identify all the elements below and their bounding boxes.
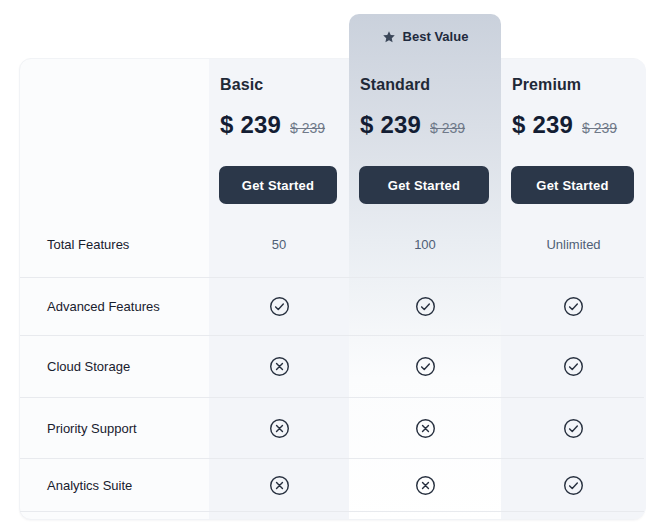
feature-value-premium: Unlimited: [501, 237, 646, 252]
plan-header-basic: Basic $ 239 $ 239 Get Started: [209, 59, 349, 211]
check-circle-icon: [563, 418, 584, 439]
best-value-badge: Best Value: [349, 14, 501, 59]
check-circle-icon: [563, 475, 584, 496]
feature-row-total-features: Total Features 50 100 Unlimited: [20, 211, 644, 278]
check-circle-icon: [269, 296, 290, 317]
get-started-button-standard[interactable]: Get Started: [359, 166, 489, 204]
pricing-page: Best Value Basic $ 239 $ 239 Get Started…: [0, 0, 664, 531]
feature-label: Cloud Storage: [20, 359, 209, 374]
feature-label: Total Features: [20, 237, 209, 252]
cross-circle-icon: [269, 418, 290, 439]
cross-circle-icon: [415, 418, 436, 439]
check-circle-icon: [563, 296, 584, 317]
plan-name: Standard: [360, 76, 430, 94]
star-icon: [382, 30, 396, 44]
plan-name: Basic: [220, 76, 263, 94]
cross-circle-icon: [415, 475, 436, 496]
plan-old-price: $ 239: [430, 120, 465, 136]
feature-label: Priority Support: [20, 421, 209, 436]
feature-label: Analytics Suite: [20, 478, 209, 493]
plan-old-price: $ 239: [290, 120, 325, 136]
pricing-card: Best Value Basic $ 239 $ 239 Get Started…: [19, 58, 645, 520]
feature-row-cloud-storage: Cloud Storage: [20, 336, 644, 398]
feature-row-analytics-suite: Analytics Suite: [20, 459, 644, 512]
feature-table: Total Features 50 100 Unlimited Advanced…: [20, 211, 644, 512]
feature-value-basic: 50: [209, 237, 349, 252]
feature-row-priority-support: Priority Support: [20, 398, 644, 459]
plan-old-price: $ 239: [582, 120, 617, 136]
check-circle-icon: [415, 296, 436, 317]
get-started-button-basic[interactable]: Get Started: [219, 166, 337, 204]
feature-row-advanced-features: Advanced Features: [20, 278, 644, 336]
plan-name: Premium: [512, 76, 581, 94]
cross-circle-icon: [269, 475, 290, 496]
plan-header-premium: Premium $ 239 $ 239 Get Started: [501, 59, 646, 211]
best-value-label: Best Value: [403, 29, 469, 44]
plan-header-standard: Standard $ 239 $ 239 Get Started: [349, 59, 501, 211]
feature-value-standard: 100: [349, 237, 501, 252]
cross-circle-icon: [269, 356, 290, 377]
plan-price: $ 239: [360, 111, 421, 139]
feature-label: Advanced Features: [20, 299, 209, 314]
plan-price: $ 239: [220, 111, 281, 139]
plan-price: $ 239: [512, 111, 573, 139]
check-circle-icon: [563, 356, 584, 377]
check-circle-icon: [415, 356, 436, 377]
get-started-button-premium[interactable]: Get Started: [511, 166, 634, 204]
